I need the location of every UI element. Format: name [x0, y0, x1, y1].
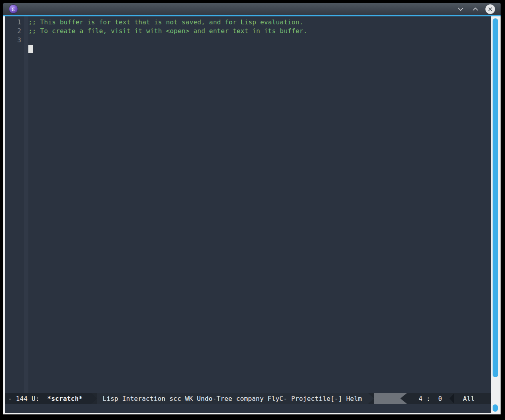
minimize-button[interactable]: [456, 4, 465, 14]
scrollbar-track[interactable]: [491, 16, 501, 413]
buffer-name[interactable]: *scratch*: [47, 395, 83, 402]
modeline-state-prefix: - 144 U:: [8, 395, 47, 402]
frame-bottom-border: [3, 413, 501, 414]
maximize-button[interactable]: [471, 4, 480, 14]
powerline-arrow-right-icon: [368, 393, 374, 404]
line-number: 3: [5, 36, 24, 45]
line-text[interactable]: ;; To create a file, visit it with <open…: [28, 27, 307, 36]
line-number: [5, 45, 24, 54]
window-body: 1 ;; This buffer is for text that is not…: [3, 16, 501, 413]
line-text[interactable]: [28, 45, 33, 54]
echo-area[interactable]: [5, 404, 491, 413]
scratch-buffer[interactable]: 1 ;; This buffer is for text that is not…: [5, 16, 491, 393]
text-cursor: [28, 45, 33, 53]
close-x-icon: [488, 7, 493, 12]
modeline-buffer-segment[interactable]: - 144 U: *scratch*: [5, 393, 91, 404]
chevron-up-icon: [472, 7, 479, 11]
fringe-gap: [24, 18, 28, 27]
emacs-frame: 1 ;; This buffer is for text that is not…: [5, 16, 491, 413]
powerline-gray-segment: [374, 393, 407, 404]
window-titlebar[interactable]: ε: [3, 3, 501, 15]
buffer-line[interactable]: 2 ;; To create a file, visit it with <op…: [5, 27, 491, 36]
desktop-background: ε: [0, 0, 505, 420]
scrollbar-thumb[interactable]: [493, 18, 498, 377]
modeline-modes-segment[interactable]: Lisp Interaction scc WK Undo-Tree compan…: [97, 393, 368, 404]
line-number: 1: [5, 18, 24, 27]
buffer-line[interactable]: 3: [5, 36, 491, 45]
chevron-down-icon: [457, 7, 464, 11]
buffer-line[interactable]: 1 ;; This buffer is for text that is not…: [5, 18, 491, 27]
fringe-gap: [24, 45, 28, 54]
fringe-gap: [24, 27, 28, 36]
fringe-gap: [24, 36, 28, 45]
modeline-scroll-indicator[interactable]: All: [454, 393, 491, 404]
line-number: 2: [5, 27, 24, 36]
minibuffer-scrollbar-thumb[interactable]: [493, 404, 498, 412]
powerline-arrow-left-icon: [449, 393, 454, 404]
window-controls: [456, 3, 495, 15]
emacs-logo-icon[interactable]: ε: [9, 4, 18, 14]
buffer-line[interactable]: [5, 45, 491, 54]
close-button[interactable]: [485, 4, 495, 14]
line-text[interactable]: ;; This buffer is for text that is not s…: [28, 18, 303, 27]
powerline-arrow-right-icon: [91, 393, 97, 404]
modeline-position[interactable]: 4 : 0: [407, 393, 449, 404]
mode-line: - 144 U: *scratch* Lisp Interaction scc …: [5, 393, 491, 404]
